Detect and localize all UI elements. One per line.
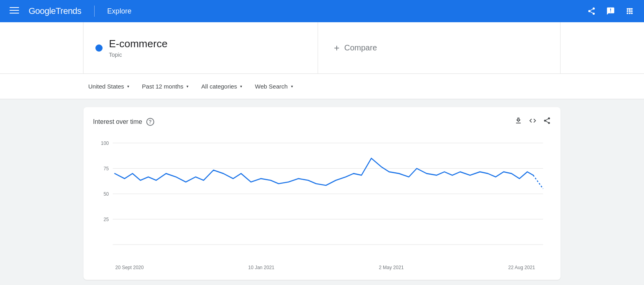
chart-actions	[514, 117, 551, 127]
svg-text:100: 100	[101, 140, 109, 146]
chart-header: Interest over time ?	[93, 117, 551, 127]
search-term: E-commerce	[109, 38, 167, 50]
svg-rect-0	[10, 7, 19, 8]
embed-icon[interactable]	[529, 117, 537, 127]
right-spacer	[561, 22, 644, 73]
svg-rect-9	[627, 13, 628, 14]
logo-google: Google	[29, 6, 56, 16]
help-icon[interactable]: ?	[146, 118, 154, 126]
header-explore-label: Explore	[107, 7, 132, 15]
left-spacer	[0, 22, 83, 73]
svg-rect-11	[631, 13, 633, 14]
time-filter[interactable]: Past 12 months ▾	[137, 80, 193, 93]
search-type-arrow-icon: ▾	[291, 84, 293, 89]
apps-icon-button[interactable]	[622, 3, 638, 19]
svg-rect-8	[631, 10, 633, 12]
header-actions	[584, 3, 638, 19]
search-area: E-commerce Topic + Compare	[0, 22, 644, 74]
svg-text:50: 50	[103, 191, 109, 196]
svg-rect-5	[631, 8, 633, 10]
region-arrow-icon: ▾	[127, 84, 129, 89]
svg-rect-4	[629, 8, 630, 10]
share-icon-button[interactable]	[584, 3, 599, 19]
trend-line-chart: 100 75 50 25	[93, 135, 551, 262]
compare-section[interactable]: + Compare	[318, 22, 561, 73]
category-filter[interactable]: All categories ▾	[196, 80, 247, 93]
category-label: All categories	[201, 83, 237, 90]
svg-rect-10	[629, 13, 630, 14]
x-label-4: 22 Aug 2021	[508, 265, 535, 270]
search-term-type: Topic	[109, 52, 167, 58]
svg-rect-1	[10, 10, 19, 11]
time-label: Past 12 months	[142, 83, 183, 90]
logo-trends: Trends	[56, 6, 81, 16]
compare-label: Compare	[344, 43, 377, 52]
chart-share-icon[interactable]	[543, 117, 551, 127]
interest-over-time-card: Interest over time ?	[83, 107, 561, 280]
time-arrow-icon: ▾	[186, 84, 188, 89]
svg-text:75: 75	[103, 166, 109, 171]
chart-container: 100 75 50 25 20 Sept 2020 10 Jan 2021 2 …	[93, 135, 551, 270]
header-divider	[94, 6, 95, 17]
svg-rect-7	[629, 10, 630, 12]
download-icon[interactable]	[514, 117, 522, 127]
app-header: Google Trends Explore	[0, 0, 644, 22]
chart-title: Interest over time	[93, 118, 142, 125]
x-label-2: 10 Jan 2021	[248, 265, 274, 270]
region-label: United States	[88, 83, 124, 90]
svg-text:25: 25	[103, 216, 109, 222]
main-content: Interest over time ?	[0, 99, 644, 285]
x-label-1: 20 Sept 2020	[115, 265, 144, 270]
chart-title-area: Interest over time ?	[93, 118, 154, 126]
region-filter[interactable]: United States ▾	[83, 80, 134, 93]
search-term-section: E-commerce Topic	[83, 22, 318, 73]
term-color-dot	[95, 44, 103, 52]
svg-line-21	[533, 175, 543, 189]
logo: Google Trends	[29, 6, 81, 16]
x-axis-labels: 20 Sept 2020 10 Jan 2021 2 May 2021 22 A…	[93, 263, 551, 270]
compare-plus-icon: +	[334, 42, 339, 54]
svg-rect-3	[627, 8, 628, 10]
category-arrow-icon: ▾	[240, 84, 242, 89]
x-label-3: 2 May 2021	[379, 265, 404, 270]
header-left: Google Trends Explore	[6, 2, 132, 20]
feedback-icon-button[interactable]	[603, 3, 619, 19]
compare-button[interactable]: + Compare	[334, 42, 377, 54]
menu-icon[interactable]	[6, 2, 22, 20]
svg-rect-6	[627, 10, 628, 12]
svg-rect-2	[10, 13, 19, 13]
term-text: E-commerce Topic	[109, 38, 167, 58]
search-type-filter[interactable]: Web Search ▾	[250, 80, 297, 93]
search-type-label: Web Search	[255, 83, 287, 90]
filter-bar: United States ▾ Past 12 months ▾ All cat…	[0, 74, 644, 99]
